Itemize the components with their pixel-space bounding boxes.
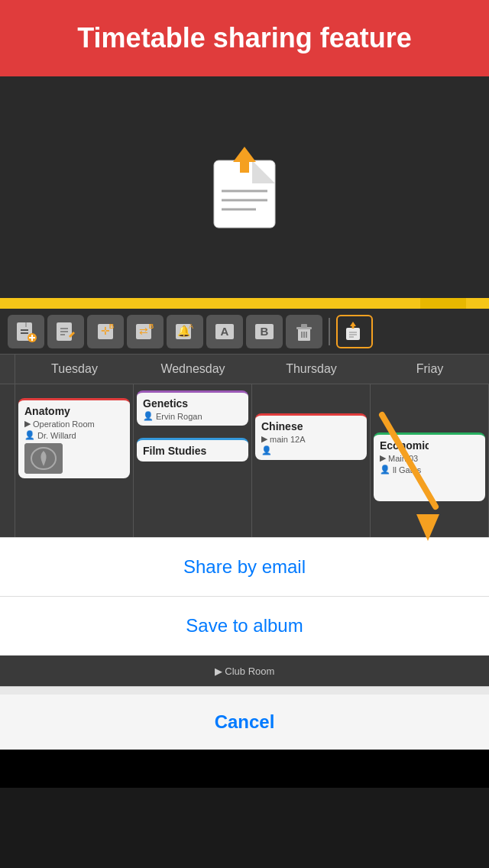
genetics-event-card[interactable]: Genetics 👤 Ervin Rogan bbox=[137, 390, 248, 426]
add-event-icon bbox=[15, 321, 37, 342]
day-header-tuesday: Tuesday bbox=[15, 355, 134, 384]
svg-rect-38 bbox=[346, 328, 360, 340]
delete-icon bbox=[293, 321, 315, 342]
theme-icon: 🔔 A bbox=[174, 321, 196, 342]
share-document-icon bbox=[210, 145, 279, 229]
thursday-column: Chinese ▶ main 12A 👤 bbox=[252, 384, 371, 537]
swap-button[interactable]: ⇄ B bbox=[127, 315, 164, 348]
person-icon: 👤 bbox=[24, 430, 35, 440]
svg-rect-34 bbox=[301, 324, 307, 328]
svg-rect-6 bbox=[240, 159, 249, 173]
genetics-event-title: Genetics bbox=[143, 397, 242, 410]
timetable-area: ✛ B ⇄ B 🔔 A A bbox=[0, 309, 489, 537]
film-studies-event-card[interactable]: Film Studies bbox=[137, 438, 248, 462]
chinese-event-card[interactable]: Chinese ▶ main 12A 👤 bbox=[255, 413, 367, 460]
partial-calendar-row: ▶ Club Room bbox=[0, 656, 489, 686]
svg-line-46 bbox=[382, 415, 436, 507]
add-event-button[interactable] bbox=[8, 315, 44, 348]
svg-rect-43 bbox=[352, 325, 355, 329]
svg-text:B: B bbox=[149, 322, 154, 330]
toolbar-divider bbox=[329, 318, 330, 345]
cancel-label: Cancel bbox=[215, 711, 275, 732]
anatomy-event-title: Anatomy bbox=[24, 405, 124, 417]
bottom-bar bbox=[0, 750, 489, 788]
edit-button[interactable] bbox=[47, 315, 84, 348]
orange-arrow-icon bbox=[374, 407, 466, 575]
svg-text:B: B bbox=[109, 322, 115, 330]
chinese-event-title: Chinese bbox=[261, 420, 361, 432]
flag-icon-chinese: ▶ bbox=[261, 434, 267, 444]
font-b-icon: B bbox=[254, 321, 275, 342]
genetics-event-teacher: 👤 Ervin Rogan bbox=[143, 411, 242, 421]
day-header-thursday: Thursday bbox=[252, 355, 371, 384]
chinese-event-person: 👤 bbox=[261, 445, 361, 455]
day-header-friday: Fri​ay bbox=[371, 355, 489, 384]
calendar-grid: Anatomy ▶ Operation Room 👤 Dr. Willard bbox=[0, 384, 489, 537]
film-studies-event-title: Film Studies bbox=[143, 445, 242, 457]
svg-text:⇄: ⇄ bbox=[139, 325, 148, 337]
edit-icon bbox=[55, 321, 76, 342]
swap-icon: ⇄ B bbox=[134, 321, 156, 342]
save-to-album-button[interactable]: Save to album bbox=[0, 597, 489, 656]
cancel-section: Cancel bbox=[0, 686, 489, 750]
banner-title: Timetable sharing feature bbox=[77, 22, 411, 54]
svg-text:B: B bbox=[261, 325, 269, 338]
share-icon-container bbox=[210, 145, 279, 229]
font-a-button[interactable]: A bbox=[206, 315, 243, 348]
brain-thumbnail-icon bbox=[24, 443, 63, 474]
anatomy-event-teacher: 👤 Dr. Willard bbox=[24, 430, 124, 440]
save-to-album-label: Save to album bbox=[186, 615, 303, 636]
cancel-button[interactable]: Cancel bbox=[0, 695, 489, 750]
club-room-text: ▶ Club Room bbox=[215, 666, 275, 677]
svg-text:A: A bbox=[221, 325, 229, 338]
move-button[interactable]: ✛ B bbox=[87, 315, 124, 348]
tuesday-column: Anatomy ▶ Operation Room 👤 Dr. Willard bbox=[15, 384, 134, 537]
share-by-email-label: Share by email bbox=[183, 556, 306, 577]
top-banner: Timetable sharing feature bbox=[0, 0, 489, 76]
chinese-event-location: ▶ main 12A bbox=[261, 434, 361, 444]
flag-icon: ▶ bbox=[24, 419, 31, 429]
wednesday-column: Genetics 👤 Ervin Rogan Film Studies bbox=[134, 384, 252, 537]
font-b-button[interactable]: B bbox=[246, 315, 283, 348]
time-column bbox=[0, 384, 15, 537]
orange-arrow-overlay bbox=[374, 407, 466, 578]
calendar-header: Tuesday Wednesday Thursday Fri​ay bbox=[0, 355, 489, 384]
share-button[interactable] bbox=[336, 315, 373, 348]
svg-text:A: A bbox=[189, 322, 193, 330]
theme-button[interactable]: 🔔 A bbox=[167, 315, 203, 348]
day-header-wednesday: Wednesday bbox=[134, 355, 252, 384]
anatomy-thumbnail bbox=[24, 443, 63, 474]
person-icon-chinese: 👤 bbox=[261, 445, 272, 455]
share-area bbox=[0, 76, 489, 298]
move-icon: ✛ B bbox=[95, 321, 116, 342]
anatomy-event-card[interactable]: Anatomy ▶ Operation Room 👤 Dr. Willard bbox=[18, 398, 130, 478]
svg-marker-47 bbox=[416, 514, 439, 541]
anatomy-event-location: ▶ Operation Room bbox=[24, 419, 124, 429]
person-icon-genetics: 👤 bbox=[143, 411, 154, 421]
share-upload-icon bbox=[345, 322, 364, 342]
delete-button[interactable] bbox=[286, 315, 322, 348]
time-column-header bbox=[0, 355, 15, 384]
toolbar: ✛ B ⇄ B 🔔 A A bbox=[0, 309, 489, 355]
font-a-icon: A bbox=[214, 321, 235, 342]
yellow-accent-bar bbox=[0, 298, 489, 309]
